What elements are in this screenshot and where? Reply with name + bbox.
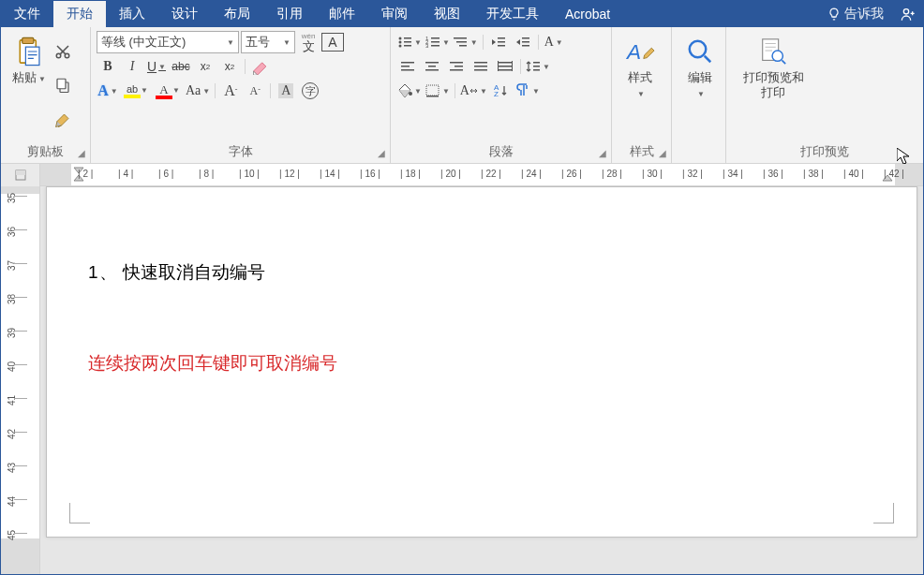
tab-home[interactable]: 开始 <box>53 1 106 27</box>
doc-line-1[interactable]: 1、 快速取消自动编号 <box>88 260 265 285</box>
font-color-button[interactable]: A▼ <box>153 80 175 102</box>
underline-button[interactable]: U▼ <box>145 55 168 78</box>
borders-button[interactable]: ▼ <box>425 80 451 102</box>
tab-design[interactable]: 设计 <box>158 1 211 27</box>
tab-view[interactable]: 视图 <box>421 1 473 27</box>
document-area[interactable]: 1、 快速取消自动编号 连续按两次回车键即可取消编号 <box>40 186 923 575</box>
styles-dialog-launcher[interactable]: ◢ <box>656 146 669 159</box>
tab-developer[interactable]: 开发工具 <box>473 1 552 27</box>
change-case-button[interactable]: Aa▼ <box>185 80 211 102</box>
svg-rect-43 <box>499 69 512 71</box>
shrink-font-button[interactable]: Aˇ <box>244 80 266 102</box>
char-shading-button[interactable]: A <box>275 80 297 102</box>
font-name-value: 等线 (中文正文) <box>101 34 186 51</box>
svg-rect-45 <box>512 61 513 71</box>
subscript-button[interactable]: x2 <box>194 55 216 78</box>
page: 1、 快速取消自动编号 连续按两次回车键即可取消编号 <box>46 186 917 538</box>
clipboard-dialog-launcher[interactable]: ◢ <box>75 146 88 159</box>
tab-file[interactable]: 文件 <box>1 1 53 27</box>
sort-button[interactable]: AZ <box>490 80 513 102</box>
decrease-indent-button[interactable] <box>487 31 510 53</box>
char-scale-button[interactable]: A▼ <box>459 80 488 102</box>
svg-rect-34 <box>425 69 439 71</box>
vruler-tick: 41 <box>7 395 17 405</box>
superscript-button[interactable]: x2 <box>218 55 241 78</box>
show-marks-button[interactable]: ▼ <box>514 80 541 102</box>
shading-button[interactable]: ▼ <box>396 80 423 102</box>
ruler-tick: | 36 | <box>763 169 783 179</box>
horizontal-ruler[interactable]: | 2 || 4 || 6 || 8 || 10 || 12 || 14 || … <box>40 164 923 185</box>
svg-rect-35 <box>450 62 463 64</box>
workspace: 3536373839404142434445 1、 快速取消自动编号 连续按两次… <box>1 186 923 575</box>
asian-layout-button[interactable]: A▼ <box>543 31 565 53</box>
format-painter-button[interactable] <box>52 109 74 131</box>
group-paragraph: ▼ 123▼ ▼ A▼ ▼ ▼ ▼ <box>391 27 612 163</box>
svg-rect-38 <box>474 62 487 64</box>
tab-layout[interactable]: 布局 <box>211 1 263 27</box>
bold-button[interactable]: B <box>97 55 119 78</box>
justify-button[interactable] <box>469 55 492 78</box>
clear-formatting-button[interactable] <box>249 55 272 78</box>
tab-acrobat[interactable]: Acrobat <box>552 1 623 27</box>
highlight-button[interactable]: ab▼ <box>121 80 143 102</box>
bullets-button[interactable]: ▼ <box>396 31 423 53</box>
numbering-button[interactable]: 123▼ <box>425 31 451 53</box>
ruler-corner[interactable] <box>1 164 40 186</box>
group-clipboard: 粘贴▼ 剪贴板 ◢ <box>1 27 91 163</box>
phonetic-guide-button[interactable]: wén 文 <box>297 31 320 53</box>
print-preview-label-1: 打印预览和 <box>743 70 804 84</box>
tab-references[interactable]: 引用 <box>263 1 316 27</box>
lightbulb-icon <box>827 7 841 21</box>
font-dialog-launcher[interactable]: ◢ <box>375 146 388 159</box>
cut-button[interactable] <box>52 40 74 63</box>
ruler-tick: | 40 | <box>843 169 864 179</box>
share-button[interactable] <box>893 1 923 27</box>
ruler-tick: | 22 | <box>481 169 501 179</box>
group-editing-label <box>678 143 720 163</box>
character-border-button[interactable]: A <box>321 33 344 52</box>
line-spacing-button[interactable]: ▼ <box>525 55 551 78</box>
svg-point-12 <box>399 45 402 48</box>
strikethrough-button[interactable]: abc <box>170 55 192 78</box>
distributed-button[interactable] <box>494 55 516 78</box>
svg-rect-40 <box>474 69 487 71</box>
enclose-characters-button[interactable]: 字 <box>299 80 321 102</box>
tab-insert[interactable]: 插入 <box>106 1 158 27</box>
paragraph-dialog-launcher[interactable]: ◢ <box>596 146 609 159</box>
styles-button[interactable]: A 样式▼ <box>618 31 663 140</box>
multilevel-list-button[interactable]: ▼ <box>453 31 479 53</box>
tab-mailings[interactable]: 邮件 <box>316 1 368 27</box>
vertical-ruler[interactable]: 3536373839404142434445 <box>1 186 40 575</box>
italic-button[interactable]: I <box>121 55 143 78</box>
paste-button[interactable]: 粘贴▼ <box>7 31 52 140</box>
svg-rect-59 <box>16 170 25 175</box>
vruler-tick: 37 <box>7 260 17 271</box>
editing-button[interactable]: 编辑▼ <box>678 31 723 143</box>
font-size-combo[interactable]: 五号 ▼ <box>241 31 295 53</box>
svg-point-10 <box>399 41 402 44</box>
svg-rect-21 <box>456 41 467 43</box>
doc-line-2[interactable]: 连续按两次回车键即可取消编号 <box>88 351 337 376</box>
align-center-button[interactable] <box>421 55 443 78</box>
increase-indent-button[interactable] <box>512 31 534 53</box>
tell-me-search[interactable]: 告诉我 <box>818 1 893 27</box>
svg-rect-29 <box>401 62 414 64</box>
paste-label: 粘贴 <box>12 70 37 84</box>
styles-label: 样式 <box>628 70 652 84</box>
svg-rect-7 <box>57 80 66 90</box>
ruler-tick: | 8 | <box>199 169 214 179</box>
ruler-tick: | 18 | <box>400 169 421 179</box>
print-preview-button[interactable]: 打印预览和打印 <box>732 31 814 140</box>
svg-rect-44 <box>498 61 499 71</box>
find-icon <box>685 37 715 66</box>
text-effects-button[interactable]: A▼ <box>97 80 119 102</box>
font-name-combo[interactable]: 等线 (中文正文) ▼ <box>97 31 239 53</box>
svg-rect-25 <box>498 45 505 47</box>
vruler-tick: 36 <box>7 227 17 237</box>
align-right-button[interactable] <box>445 55 468 78</box>
tab-review[interactable]: 审阅 <box>368 1 421 27</box>
copy-button[interactable] <box>52 74 74 96</box>
grow-font-button[interactable]: Aˆ <box>219 80 242 102</box>
align-left-button[interactable] <box>396 55 419 78</box>
paste-icon <box>14 37 44 66</box>
